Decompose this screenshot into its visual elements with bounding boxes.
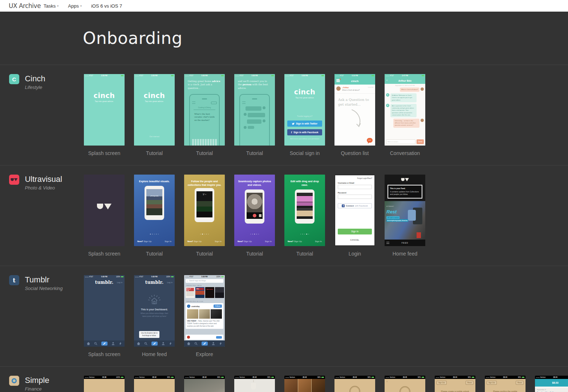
battery-percent: 98% <box>167 376 170 378</box>
tag-label: Alan <box>196 288 204 290</box>
button-outline <box>211 102 217 104</box>
battery-percent: 98% <box>418 376 421 378</box>
chevron-down-icon: ▾ <box>80 4 82 8</box>
screenshot-thumbnail[interactable]: Verizon16:38100% <box>84 376 125 392</box>
screenshot-thumbnail[interactable]: AT&T5:08 PM Getting great home advice is… <box>184 74 225 146</box>
trending-blogs-label: TRENDING BLOGS <box>186 301 203 302</box>
screenshot-thumbnail[interactable]: Seamlessly capture photos and videos. Ne… <box>234 175 275 246</box>
feed-label: FEED <box>402 242 409 244</box>
app-row-simple: Simple Finance Verizon16:38100% Verizon2… <box>0 366 568 392</box>
cinch-app-icon: C <box>9 74 19 84</box>
battery-percent: 98% <box>317 376 321 378</box>
strip <box>297 202 313 206</box>
status-time: 20:42 <box>202 376 207 378</box>
chat-bubble <box>246 106 261 111</box>
screenshot-thumbnail[interactable]: Edit with drag and drop ease. New? Sign … <box>284 175 325 246</box>
notification-dot <box>340 78 341 80</box>
screenshot-thumbnail[interactable] <box>84 175 125 246</box>
photo-street-label: STREET <box>386 205 394 207</box>
login-link: Log in <box>167 281 173 283</box>
app-info-simple[interactable]: Simple Finance <box>0 376 84 392</box>
screenshot-caption: Tutorial <box>134 150 175 156</box>
signal-dots: AT&T <box>235 75 244 77</box>
app-meta: Tumblr Social Networking <box>25 275 62 291</box>
coffee-photo-grid <box>284 379 325 392</box>
cinch-tagline: Tap into great advice <box>284 97 325 99</box>
signin-link: Sign In <box>215 240 222 242</box>
screenshot-caption: Home feed <box>134 351 175 357</box>
screenshot-thumbnail[interactable]: AT&T5:08 PM cinch Tap into great advice … <box>284 74 325 146</box>
tag-tile <box>215 287 224 298</box>
battery-icon <box>170 75 174 77</box>
search-input: Search tags and blogs <box>186 279 223 283</box>
nav-ios6-vs-ios7[interactable]: iOS 6 vs iOS 7 <box>91 3 122 9</box>
screenshot-thumbnail[interactable]: Verizon20:4298% <box>184 376 225 392</box>
screenshot-thumbnail[interactable]: Verizon20:4298% <box>234 376 275 392</box>
app-info-tumblr[interactable]: t Tumblr Social Networking <box>0 275 84 366</box>
screen-body: Sign OutReset Please create a mobile unl… <box>435 379 475 392</box>
permission-note: We'll never post without your permission <box>284 138 325 140</box>
screenshot-thumbnail[interactable]: AT&T5:10 PM cinch Arthur What is Cinch a… <box>334 74 375 146</box>
screenshot-thumbnail[interactable]: AT&T3:47 PM ‹ Arthur Bdc September 11, 2… <box>385 74 425 146</box>
get-started-hint: Get started <box>134 135 175 138</box>
status-time: 20:42 <box>152 376 157 378</box>
top-buttons: Sign OutReset <box>485 379 526 385</box>
thumb: Splash screen <box>84 175 125 266</box>
battery-icon <box>220 75 224 77</box>
text-bold: advice <box>212 80 220 83</box>
simple-logo-ring <box>349 386 360 392</box>
tutorial-footer: New? Sign UpSign In <box>288 240 322 242</box>
screenshot-thumbnail[interactable]: Forgot Login/Pass? Username or Email Pas… <box>334 175 375 246</box>
screenshot-thumbnail[interactable]: AT&T3:58 PM cinch Tap into great advice.… <box>134 74 175 146</box>
question-row: Arthur What is Cinch all about? 5:10 PM <box>334 85 375 94</box>
screenshot-thumbnail[interactable]: Verizon20:4298% <box>284 376 325 392</box>
signal-dots: AT&T <box>135 276 143 278</box>
app-info-ultravisual[interactable]: Ultravisual Photo & Video <box>0 175 84 266</box>
signal-dots: AT&T <box>285 75 294 77</box>
screenshot-thumbnail[interactable]: Follow the people and collections that i… <box>184 175 225 246</box>
account-icon <box>111 342 115 345</box>
cinch-avatar: C <box>386 104 389 107</box>
nav-apps-label: Apps <box>68 3 79 9</box>
trending-tags: King of Pop Alan #persona <box>186 287 225 298</box>
screenshot-thumbnail[interactable]: AT&T5:08 PM100% Search tags and blogs TR… <box>184 275 225 347</box>
screenshot-thumbnail[interactable]: Verizon20:4498% $8.03 September 3 Gasoli… <box>535 376 568 392</box>
screenshot-caption: Tutorial <box>234 251 275 257</box>
screenshot-thumbnail[interactable]: AT&T3:58 PM cinch Tap into great advice. <box>84 74 125 146</box>
screenshot-thumbnail[interactable]: Verizon20:4298% <box>334 376 375 392</box>
nav-apps[interactable]: Apps▾ <box>68 3 82 9</box>
screenshot-thumbnail[interactable]: Verizon20:4598% ? <box>385 376 425 392</box>
chat-bubble <box>247 119 261 124</box>
screenshot-thumbnail[interactable]: Explore beautiful visuals. photography N… <box>134 175 175 246</box>
screenshot-thumbnail[interactable]: AT&T5:08 PM100% tumblr.Log in <box>84 275 125 347</box>
status-time: 3:58 PM <box>101 75 107 77</box>
battery-percent: 98% <box>518 376 521 378</box>
screenshot-thumbnail[interactable]: Verizon20:4298% <box>134 376 175 392</box>
signal-dots: Verizon <box>85 376 94 378</box>
screen-body: ? <box>385 379 425 392</box>
screenshot-thumbnail[interactable]: Verizon20:4498% Sign OutReset Please con… <box>485 376 526 392</box>
screenshot-caption: Tutorial <box>184 150 225 156</box>
nav-tasks[interactable]: Tasks▾ <box>44 3 58 9</box>
tumblr-icon-letter: t <box>13 277 15 284</box>
status-time: 20:42 <box>252 376 257 378</box>
signal-dots: Verizon <box>285 376 295 378</box>
screenshot-thumbnail[interactable]: AT&T5:08 PM100% tumblr.Log in This is yo… <box>134 275 175 347</box>
battery-indicator: 100% <box>216 276 224 278</box>
screenshot-thumbnail[interactable]: AT&T5:08 PM and we'll connect you to the… <box>234 74 275 146</box>
header-title: cinch <box>351 79 359 83</box>
dashboard-title: This is your Dashboard. <box>134 308 175 311</box>
tumblr-logo: tumblr. <box>95 280 114 285</box>
screenshot-thumbnail[interactable]: This is your Feed.It contains updates fr… <box>385 175 425 246</box>
conversation-body: September 11, 2013 at 3:47 PM What is Ci… <box>385 84 425 146</box>
signup-link: New? Sign Up <box>238 240 252 242</box>
photo-detail <box>417 232 421 238</box>
app-info-cinch[interactable]: C Cinch Lifestyle <box>0 74 84 165</box>
lamp-photo-shape <box>251 383 256 389</box>
signal-dots: Verizon <box>336 376 345 378</box>
thumb: Verizon20:4298% <box>334 376 375 392</box>
status-time: 5:08 PM <box>101 276 107 278</box>
site-logo[interactable]: UX Archive <box>9 2 44 9</box>
screenshot-thumbnail[interactable]: Verizon20:4498% Sign OutReset Please cre… <box>435 376 475 392</box>
signin-link: Sign In <box>265 240 272 242</box>
